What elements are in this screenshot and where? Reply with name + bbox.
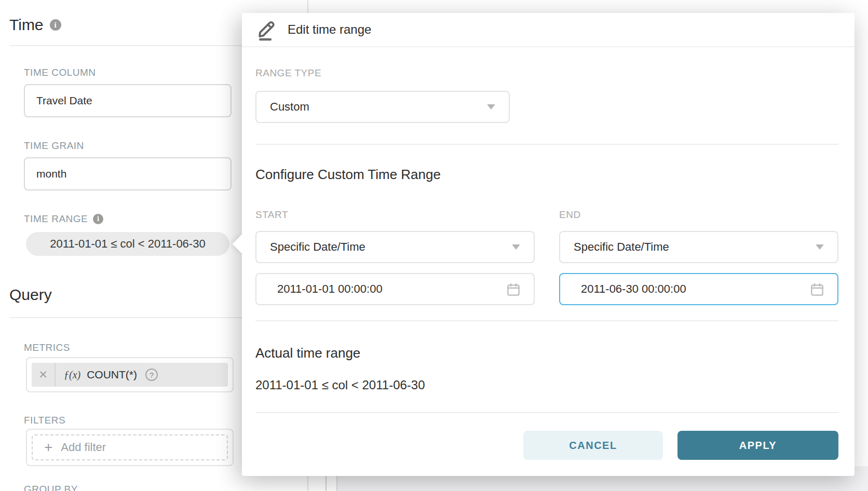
start-datetime-input[interactable] <box>256 282 485 296</box>
divider <box>255 320 838 321</box>
time-section-title-text: Time <box>9 16 44 34</box>
time-range-pill[interactable]: 2011-01-01 ≤ col < 2011-06-30 <box>26 232 229 256</box>
divider <box>255 412 838 413</box>
time-column-label-text: TIME COLUMN <box>24 67 96 78</box>
edit-time-range-popover: Edit time range RANGE TYPE Custom Config… <box>242 13 855 476</box>
metrics-label-text: METRICS <box>24 342 70 353</box>
actual-time-range-value: 2011-01-01 ≤ col < 2011-06-30 <box>255 378 425 392</box>
range-type-value: Custom <box>270 100 309 114</box>
query-section-title: Query <box>9 286 52 304</box>
explore-page: Time i TIME COLUMN Travel Date TIME GRAI… <box>0 0 868 491</box>
chevron-down-icon <box>487 104 495 110</box>
plus-icon: + <box>44 440 52 455</box>
end-datetime-input[interactable] <box>560 282 789 296</box>
start-type-value: Specific Date/Time <box>270 240 365 254</box>
time-range-label: TIME RANGE i <box>24 213 103 225</box>
remove-metric-icon[interactable]: ✕ <box>32 363 56 387</box>
metrics-container[interactable]: ✕ ƒ(x) COUNT(*) ? <box>26 357 234 392</box>
actual-time-range-heading: Actual time range <box>255 345 360 361</box>
end-type-value: Specific Date/Time <box>574 240 669 254</box>
time-column-label: TIME COLUMN <box>24 67 96 78</box>
configure-heading: Configure Custom Time Range <box>255 167 441 183</box>
time-grain-select[interactable]: month <box>24 157 232 190</box>
metrics-label: METRICS <box>24 342 70 353</box>
group-by-label-text: GROUP BY <box>24 484 78 491</box>
time-section-title: Time i <box>9 16 61 34</box>
time-column-select[interactable]: Travel Date <box>24 84 232 117</box>
range-type-label: RANGE TYPE <box>255 67 321 79</box>
time-column-value: Travel Date <box>36 94 92 107</box>
popover-arrow <box>233 235 252 254</box>
filters-label-text: FILTERS <box>24 415 65 426</box>
metric-chip[interactable]: ✕ ƒ(x) COUNT(*) ? <box>32 363 228 387</box>
section-divider <box>9 45 242 46</box>
start-datetime-field <box>255 273 535 305</box>
end-type-select[interactable]: Specific Date/Time <box>559 231 838 263</box>
chevron-down-icon <box>816 244 824 250</box>
info-icon[interactable]: i <box>50 19 61 31</box>
section-divider <box>9 317 242 318</box>
time-range-label-text: TIME RANGE <box>24 213 88 225</box>
time-grain-label-text: TIME GRAIN <box>24 140 84 152</box>
divider <box>255 144 838 145</box>
calendar-icon[interactable] <box>506 282 521 299</box>
start-label: START <box>255 209 288 221</box>
range-type-select[interactable]: Custom <box>255 91 510 123</box>
time-range-pill-text: 2011-01-01 ≤ col < 2011-06-30 <box>50 237 205 251</box>
popover-header: Edit time range <box>242 13 855 47</box>
metric-help-icon[interactable]: ? <box>145 369 158 381</box>
metric-name: COUNT(*) <box>87 369 137 381</box>
add-filter-button[interactable]: + Add filter <box>32 434 228 460</box>
apply-button[interactable]: APPLY <box>677 431 838 460</box>
start-type-select[interactable]: Specific Date/Time <box>255 231 535 263</box>
filters-label: FILTERS <box>24 415 65 426</box>
calendar-icon[interactable] <box>809 282 825 299</box>
query-section-title-text: Query <box>9 286 52 304</box>
cancel-button[interactable]: CANCEL <box>523 431 663 460</box>
fx-icon: ƒ(x) <box>64 369 80 381</box>
end-datetime-field <box>559 273 838 305</box>
filters-container: + Add filter <box>26 429 234 466</box>
add-filter-label: Add filter <box>61 441 106 454</box>
time-grain-value: month <box>36 168 66 180</box>
popover-title: Edit time range <box>288 22 371 37</box>
end-label: END <box>559 209 581 221</box>
info-icon[interactable]: i <box>93 214 103 224</box>
edit-pencil-icon <box>256 18 277 41</box>
group-by-label: GROUP BY <box>24 484 78 491</box>
chevron-down-icon <box>512 244 520 250</box>
time-grain-label: TIME GRAIN <box>24 140 84 152</box>
